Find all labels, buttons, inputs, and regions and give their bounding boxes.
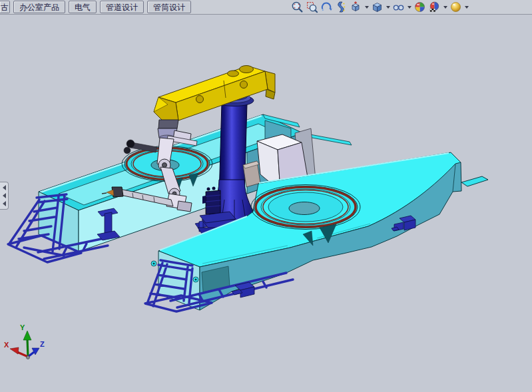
view-toolbar <box>291 0 469 14</box>
triad-y-label: Y <box>20 323 25 331</box>
viewport-3d[interactable]: Y X Z <box>0 14 532 392</box>
panel-arrow-icon <box>3 201 6 206</box>
view-orientation-dropdown[interactable] <box>364 1 369 13</box>
view-settings-icon[interactable] <box>449 1 462 13</box>
view-orientation-icon[interactable] <box>350 1 362 13</box>
rotate-view-icon[interactable] <box>320 1 333 13</box>
tab-office-products[interactable]: 办公室产品 <box>13 1 65 13</box>
tab-electrical[interactable]: 电气 <box>69 1 97 13</box>
display-style-icon[interactable] <box>371 1 384 13</box>
edit-appearance-icon[interactable] <box>413 1 426 13</box>
front-flange-ring <box>251 185 360 230</box>
tab-tubing-design[interactable]: 管筒设计 <box>147 1 191 13</box>
apply-scene-icon[interactable] <box>428 1 441 13</box>
hide-show-items-dropdown[interactable] <box>407 1 411 13</box>
collapsed-panel-strip[interactable] <box>0 182 9 210</box>
hide-show-items-icon[interactable] <box>392 1 405 13</box>
tab-piping-design[interactable]: 管道设计 <box>100 1 144 13</box>
section-view-icon[interactable] <box>335 1 348 13</box>
panel-arrow-icon <box>3 193 6 198</box>
apply-scene-dropdown[interactable] <box>443 1 447 13</box>
command-bar: 古 办公室产品 电气 管道设计 管筒设计 <box>0 0 532 15</box>
scene-3d[interactable]: Y X Z <box>0 14 532 392</box>
command-tabs: 古 办公室产品 电气 管道设计 管筒设计 <box>0 0 191 14</box>
zoom-to-area-icon[interactable] <box>306 1 318 13</box>
view-settings-dropdown[interactable] <box>464 1 469 13</box>
triad-z-label: Z <box>40 340 45 348</box>
zoom-to-fit-icon[interactable] <box>291 1 304 13</box>
orientation-triad: Y X Z <box>4 323 45 359</box>
tab-partial[interactable]: 古 <box>0 1 10 13</box>
panel-arrow-icon <box>3 185 6 190</box>
display-style-dropdown[interactable] <box>386 1 390 13</box>
triad-x-label: X <box>4 341 9 349</box>
